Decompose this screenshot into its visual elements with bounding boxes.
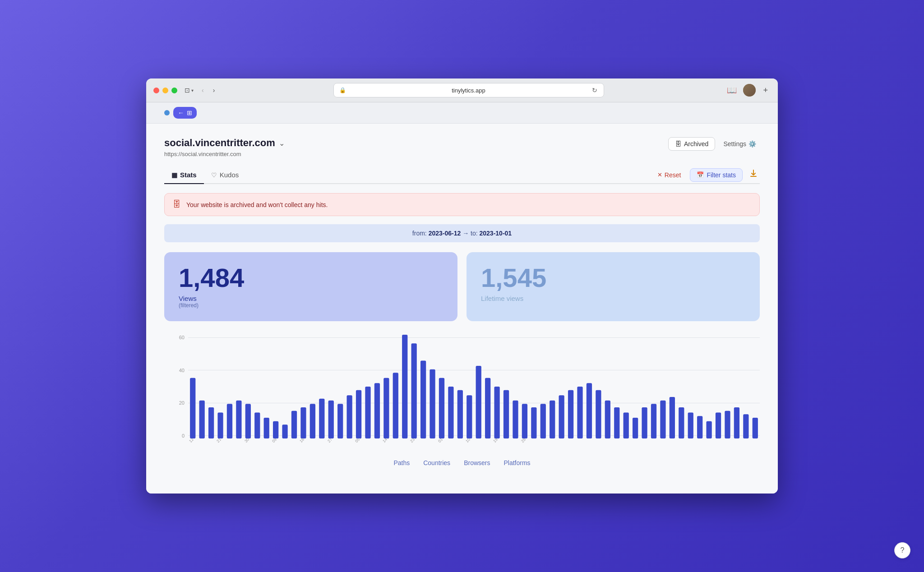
svg-rect-49 [642, 407, 647, 438]
download-button[interactable] [747, 167, 760, 182]
svg-rect-53 [679, 407, 684, 438]
views-label: Views [179, 295, 443, 302]
bars-area [188, 335, 760, 438]
svg-rect-58 [725, 411, 730, 438]
fullscreen-traffic-light[interactable] [171, 88, 177, 93]
svg-rect-0 [190, 378, 195, 438]
svg-rect-51 [660, 401, 665, 438]
settings-icon: ⚙️ [748, 140, 756, 148]
settings-button[interactable]: Settings ⚙️ [720, 138, 760, 150]
svg-rect-33 [494, 387, 499, 438]
svg-rect-21 [383, 378, 389, 438]
nav-back-icon: ← [178, 109, 184, 116]
page-content: social.vincentritter.com ⌄ https://socia… [146, 124, 778, 494]
svg-rect-22 [393, 373, 398, 438]
x-axis-label: 09 Jul 2... [271, 438, 287, 443]
svg-rect-11 [291, 411, 297, 438]
browser-toolbar-right: 📖 + [725, 83, 771, 97]
svg-rect-40 [559, 395, 564, 438]
archived-button[interactable]: 🗄 Archived [668, 137, 715, 151]
reset-button[interactable]: ✕ Reset [653, 169, 686, 181]
svg-rect-5 [236, 401, 241, 438]
alert-banner: 🗄 Your website is archived and won't col… [164, 193, 760, 216]
tab-kudos[interactable]: ♡ Kudos [204, 166, 246, 184]
svg-rect-41 [568, 390, 573, 438]
browser-controls: ⊡ ▾ ‹ › [183, 85, 217, 96]
archive-icon: 🗄 [675, 140, 681, 148]
forward-button[interactable]: › [210, 85, 218, 96]
svg-rect-25 [420, 361, 426, 439]
platforms-link[interactable]: Platforms [504, 459, 530, 466]
stats-tab-label: Stats [180, 171, 197, 179]
y-label-20: 20 [173, 400, 185, 406]
footer-links: Paths Countries Browsers Platforms [164, 452, 760, 466]
x-axis-label: 14 Aug 2... [382, 438, 399, 443]
svg-rect-48 [633, 418, 638, 438]
svg-rect-35 [513, 401, 518, 438]
sidebar-toggle-button[interactable]: ⊡ ▾ [183, 85, 195, 96]
tab-stats[interactable]: ▦ Stats [164, 166, 204, 184]
svg-rect-16 [337, 404, 343, 438]
x-axis-label: 27 Jul 2... [327, 438, 342, 443]
minimize-traffic-light[interactable] [162, 88, 168, 93]
svg-rect-31 [476, 366, 481, 438]
kudos-tab-icon: ♡ [211, 171, 217, 179]
filter-stats-label: Filter stats [707, 171, 736, 179]
views-sublabel: (filtered) [179, 302, 443, 309]
paths-link[interactable]: Paths [393, 459, 410, 466]
svg-rect-20 [374, 383, 380, 438]
x-axis-label: 28 Sep 2... [520, 438, 537, 443]
nav-pill[interactable]: ← ⊞ [173, 107, 197, 119]
svg-rect-36 [522, 404, 527, 438]
x-axis-label: 12 Jun 2... [188, 438, 205, 443]
back-button[interactable]: ‹ [199, 85, 207, 96]
new-tab-button[interactable]: + [760, 85, 771, 96]
kudos-tab-label: Kudos [220, 171, 239, 179]
svg-rect-38 [541, 404, 546, 438]
svg-rect-47 [624, 413, 629, 439]
help-button[interactable]: ? [894, 542, 910, 558]
chart-container: 60 40 20 0 [164, 335, 760, 452]
svg-rect-28 [448, 387, 453, 438]
svg-rect-17 [346, 395, 352, 438]
address-bar[interactable]: 🔒 tinylytics.app ↻ [333, 83, 604, 97]
avatar-image [743, 84, 756, 97]
svg-rect-12 [300, 407, 306, 438]
svg-rect-2 [208, 407, 214, 438]
x-axis-label: 05 Aug 2... [354, 438, 371, 443]
avatar[interactable] [743, 84, 756, 97]
reset-label: Reset [665, 171, 681, 179]
chart-area: 60 40 20 0 [173, 335, 760, 452]
svg-rect-39 [550, 401, 555, 438]
bookmarks-button[interactable]: 📖 [725, 83, 739, 97]
x-axis-label: 23 Aug 2... [409, 438, 426, 443]
svg-rect-4 [227, 404, 232, 438]
svg-rect-37 [531, 407, 536, 438]
site-switcher-button[interactable]: ⌄ [279, 139, 285, 148]
filter-stats-button[interactable]: 📅 Filter stats [690, 168, 743, 182]
svg-rect-32 [485, 378, 490, 438]
svg-rect-42 [577, 387, 582, 438]
browsers-link[interactable]: Browsers [464, 459, 490, 466]
svg-rect-24 [411, 343, 417, 438]
reset-icon: ✕ [657, 171, 662, 178]
reload-button[interactable]: ↻ [591, 86, 598, 95]
tabs-row: ▦ Stats ♡ Kudos ✕ Reset 📅 Filter stats [164, 166, 760, 184]
svg-rect-50 [651, 404, 656, 438]
close-traffic-light[interactable] [153, 88, 159, 93]
y-label-60: 60 [173, 335, 185, 340]
svg-rect-52 [670, 397, 675, 438]
traffic-lights [153, 88, 177, 93]
svg-rect-43 [587, 383, 592, 438]
x-axis-label: 10 Sep 2... [465, 438, 482, 443]
svg-rect-61 [753, 418, 758, 438]
url-text: tinylytics.app [349, 87, 588, 94]
chart-svg [188, 335, 760, 438]
svg-rect-55 [697, 416, 702, 438]
svg-rect-34 [504, 390, 509, 438]
svg-rect-9 [273, 421, 278, 438]
site-dot-indicator [164, 110, 170, 115]
countries-link[interactable]: Countries [423, 459, 450, 466]
svg-rect-3 [217, 413, 223, 439]
alert-message: Your website is archived and won't colle… [186, 201, 328, 208]
